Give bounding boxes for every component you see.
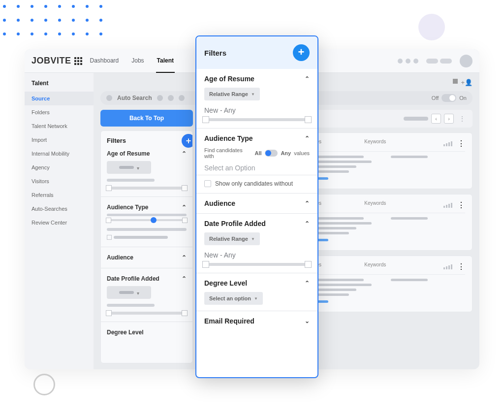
date-added-slider[interactable] — [204, 263, 310, 266]
chevron-up-icon[interactable] — [182, 150, 187, 157]
filter-audience-type-label: Audience Type — [204, 134, 253, 142]
prev-page-button[interactable]: ‹ — [431, 114, 441, 124]
next-page-button[interactable]: › — [444, 114, 454, 124]
sidebar-item-talent-network[interactable]: Talent Network — [25, 119, 94, 133]
bg-filter-degree: Degree Level — [107, 329, 144, 336]
audience-help-suffix: values — [294, 150, 310, 156]
age-range-dropdown[interactable]: Relative Range — [204, 88, 260, 100]
filter-degree-label: Degree Level — [204, 279, 247, 287]
decorative-ring — [33, 374, 55, 395]
age-range-text: New - Any — [204, 106, 310, 114]
date-added-range-text: New - Any — [204, 251, 310, 259]
sidebar-item-review-center[interactable]: Review Center — [25, 216, 94, 229]
chevron-up-icon[interactable] — [305, 280, 310, 287]
sidebar: Talent Source Folders Talent Network Imp… — [25, 73, 94, 369]
filters-panel-title: Filters — [204, 49, 226, 57]
bg-date-dropdown[interactable] — [107, 286, 151, 299]
app-grid-icon[interactable] — [74, 57, 82, 65]
audience-any-label: Any — [281, 150, 291, 156]
signal-icon — [443, 141, 452, 146]
add-person-icon[interactable]: +👤 — [461, 79, 472, 86]
bg-age-dropdown[interactable] — [107, 161, 151, 174]
filter-age-label: Age of Resume — [204, 75, 254, 83]
nav-talent[interactable]: Talent — [156, 49, 175, 73]
filter-date-added-label: Date Profile Added — [204, 220, 266, 227]
sidebar-item-internal-mobility[interactable]: Internal Mobility — [25, 147, 94, 161]
signal-icon — [443, 203, 452, 208]
nav-dashboard[interactable]: Dashboard — [89, 49, 120, 73]
sidebar-item-referrals[interactable]: Referrals — [25, 188, 94, 202]
brand-logo: JOBVITE — [32, 56, 71, 66]
chevron-up-icon[interactable] — [182, 275, 187, 282]
audience-all-label: All — [254, 150, 261, 156]
bg-filter-age: Age of Resume — [107, 150, 150, 157]
card-menu-icon[interactable]: ⋮ — [457, 139, 465, 148]
show-only-without-label: Show only candidates without — [215, 180, 293, 187]
date-added-dropdown[interactable]: Relative Range — [204, 232, 260, 245]
chevron-up-icon[interactable] — [305, 75, 310, 82]
sidebar-item-source[interactable]: Source — [25, 92, 94, 105]
card-menu-icon[interactable]: ⋮ — [457, 200, 465, 210]
chevron-down-icon[interactable] — [305, 318, 310, 324]
decorative-circle — [418, 14, 445, 40]
chevron-up-icon[interactable] — [305, 135, 310, 142]
filter-audience-label: Audience — [204, 199, 235, 207]
search-toggle[interactable]: Off On — [432, 94, 467, 102]
sidebar-item-auto-searches[interactable]: Auto-Searches — [25, 202, 94, 216]
toggle-icon[interactable] — [441, 94, 456, 102]
chevron-up-icon[interactable] — [182, 204, 187, 211]
filters-panel-background: Filters + Age of Resume Audience Type — [100, 130, 193, 363]
more-menu-icon[interactable]: ⋮ — [457, 115, 468, 123]
search-label: Auto Search — [117, 95, 152, 101]
bg-age-slider[interactable] — [107, 187, 187, 190]
col-keywords: Keywords — [364, 139, 426, 148]
sidebar-title: Talent — [25, 80, 94, 92]
sidebar-item-folders[interactable]: Folders — [25, 105, 94, 119]
age-range-slider[interactable] — [204, 118, 310, 121]
card-menu-icon[interactable]: ⋮ — [457, 262, 465, 271]
decorative-dots — [3, 5, 113, 46]
add-filter-button[interactable]: + — [293, 44, 310, 61]
show-only-without-checkbox[interactable] — [204, 180, 211, 187]
audience-select[interactable]: Select an Option — [196, 164, 317, 175]
nav-jobs[interactable]: Jobs — [130, 49, 145, 73]
filled-square-icon[interactable] — [453, 79, 458, 84]
toggle-on-label: On — [459, 95, 467, 101]
bg-filter-date-added: Date Profile Added — [107, 275, 159, 282]
bg-filter-audience: Audience — [107, 254, 133, 261]
filters-panel: Filters + Age of Resume Relative Range N… — [195, 35, 318, 378]
filter-email-label: Email Required — [204, 317, 254, 325]
filters-bg-title: Filters — [107, 137, 187, 144]
bg-audience-slider[interactable] — [107, 219, 187, 221]
sidebar-item-agency[interactable]: Agency — [25, 161, 94, 174]
sidebar-item-visitors[interactable]: Visitors — [25, 174, 94, 188]
chevron-up-icon[interactable] — [305, 220, 310, 227]
signal-icon — [443, 264, 452, 269]
add-filter-button-bg[interactable]: + — [182, 134, 193, 148]
sidebar-item-import[interactable]: Import — [25, 133, 94, 147]
window-controls — [398, 55, 472, 67]
top-nav: Dashboard Jobs Talent — [89, 49, 175, 73]
all-any-toggle[interactable] — [265, 150, 278, 157]
audience-help-prefix: Find candidates with — [204, 147, 252, 159]
filters-panel-header: Filters + — [196, 36, 317, 69]
chevron-up-icon[interactable] — [182, 254, 187, 261]
bg-date-slider[interactable] — [107, 312, 187, 315]
degree-dropdown[interactable]: Select an option — [204, 292, 263, 305]
bg-filter-audience-type: Audience Type — [107, 204, 148, 211]
chevron-up-icon[interactable] — [305, 200, 310, 207]
toggle-off-label: Off — [432, 95, 439, 101]
back-to-top-button[interactable]: Back To Top — [100, 110, 193, 127]
